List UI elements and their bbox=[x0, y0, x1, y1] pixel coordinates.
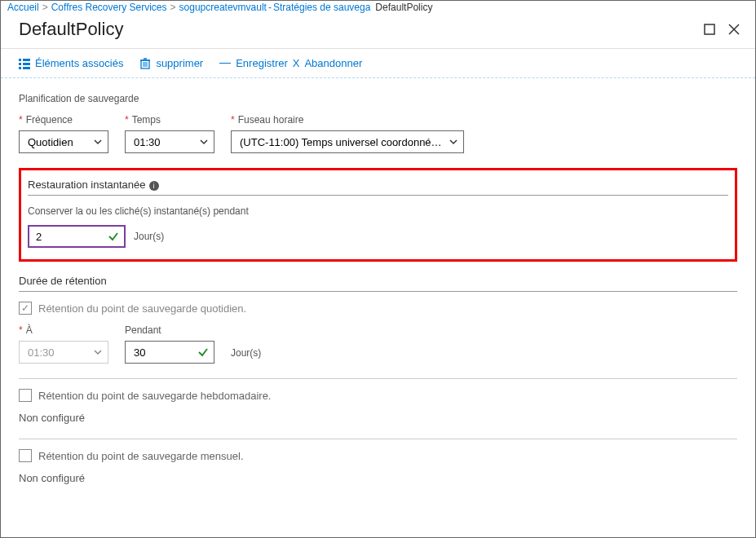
retention-header: Durée de rétention bbox=[19, 275, 737, 292]
snapshot-unit: Jour(s) bbox=[134, 231, 164, 242]
discard-x-icon: X bbox=[293, 57, 300, 69]
daily-retention-checkbox[interactable] bbox=[19, 302, 32, 315]
for-value: 30 bbox=[134, 346, 145, 359]
weekly-retention-label: Rétention du point de sauvegarde hebdoma… bbox=[38, 390, 272, 402]
associated-items-link[interactable]: Éléments associés bbox=[19, 57, 123, 69]
svg-rect-1 bbox=[19, 59, 21, 61]
monthly-retention-label: Rétention du point de sauvegarde mensuel… bbox=[38, 450, 244, 462]
list-icon bbox=[19, 58, 30, 69]
frequency-value: Quotidien bbox=[28, 136, 73, 148]
associated-label: Éléments associés bbox=[35, 57, 123, 69]
breadcrumb: Accueil> Coffres Recovery Services> sogu… bbox=[1, 1, 755, 14]
trash-icon bbox=[139, 58, 151, 69]
delete-label: supprimer bbox=[156, 57, 203, 69]
for-label: Pendant bbox=[125, 324, 161, 336]
daily-retention-label: Rétention du point de sauvegarde quotidi… bbox=[38, 302, 246, 315]
time-value: 01:30 bbox=[134, 136, 161, 148]
schedule-section-label: Planification de sauvegarde bbox=[19, 93, 737, 104]
weekly-not-configured: Non configuré bbox=[19, 412, 737, 424]
blade-header: DefaultPolicy bbox=[1, 14, 755, 48]
svg-rect-6 bbox=[23, 67, 30, 69]
at-value: 01:30 bbox=[28, 346, 55, 359]
breadcrumb-current: DefaultPolicy bbox=[375, 2, 432, 13]
chevron-down-icon bbox=[449, 137, 458, 147]
save-underscore-icon bbox=[219, 63, 231, 64]
snapshot-days-input[interactable]: 2 bbox=[28, 225, 126, 248]
timezone-dropdown[interactable]: (UTC-11:00) Temps universel coordonné… bbox=[231, 130, 464, 153]
chevron-down-icon bbox=[93, 347, 103, 357]
breadcrumb-home[interactable]: Accueil bbox=[7, 2, 39, 13]
time-dropdown[interactable]: 01:30 bbox=[125, 130, 214, 153]
save-label: Enregistrer bbox=[236, 57, 288, 69]
delete-button[interactable]: supprimer bbox=[139, 57, 203, 69]
time-label: Temps bbox=[132, 114, 161, 126]
close-icon[interactable] bbox=[727, 23, 741, 36]
discard-label: Abandonner bbox=[304, 57, 362, 69]
at-dropdown[interactable]: 01:30 bbox=[19, 341, 108, 364]
monthly-not-configured: Non configuré bbox=[19, 472, 737, 484]
svg-rect-2 bbox=[23, 59, 30, 61]
chevron-down-icon bbox=[199, 137, 209, 147]
svg-rect-0 bbox=[705, 24, 714, 34]
checkmark-icon bbox=[108, 231, 119, 242]
svg-rect-5 bbox=[19, 67, 21, 69]
instant-restore-header: Restauration instantanéei bbox=[28, 179, 728, 196]
for-input[interactable]: 30 bbox=[125, 341, 214, 364]
chevron-down-icon bbox=[93, 137, 103, 147]
snapshot-keep-label: Conserver la ou les cliché(s) instantané… bbox=[28, 205, 728, 217]
snapshot-days-value: 2 bbox=[36, 231, 42, 243]
content-area: Planification de sauvegarde *Fréquence Q… bbox=[1, 78, 755, 518]
frequency-label: Fréquence bbox=[26, 114, 73, 126]
breadcrumb-vault[interactable]: sogupcreatevmvault bbox=[179, 2, 267, 13]
weekly-retention-checkbox[interactable] bbox=[19, 389, 32, 402]
svg-rect-3 bbox=[19, 63, 21, 65]
page-title: DefaultPolicy bbox=[19, 19, 123, 40]
save-button[interactable]: Enregistrer bbox=[219, 57, 288, 69]
svg-rect-4 bbox=[23, 63, 30, 65]
restore-down-icon[interactable] bbox=[703, 23, 716, 36]
retention-unit: Jour(s) bbox=[231, 347, 261, 359]
toolbar: Éléments associés supprimer Enregistrer … bbox=[1, 49, 755, 78]
checkmark-icon bbox=[197, 346, 209, 358]
timezone-value: (UTC-11:00) Temps universel coordonné… bbox=[240, 136, 442, 148]
timezone-label: Fuseau horaire bbox=[238, 114, 304, 126]
monthly-retention-checkbox[interactable] bbox=[19, 449, 32, 462]
at-label: À bbox=[26, 324, 33, 336]
breadcrumb-policies[interactable]: Stratégies de sauvega bbox=[273, 2, 370, 13]
info-icon[interactable]: i bbox=[149, 181, 159, 191]
instant-restore-highlight: Restauration instantanéei Conserver la o… bbox=[19, 168, 737, 262]
frequency-dropdown[interactable]: Quotidien bbox=[19, 130, 108, 153]
discard-button[interactable]: XAbandonner bbox=[293, 57, 363, 69]
breadcrumb-vaults[interactable]: Coffres Recovery Services bbox=[51, 2, 167, 13]
